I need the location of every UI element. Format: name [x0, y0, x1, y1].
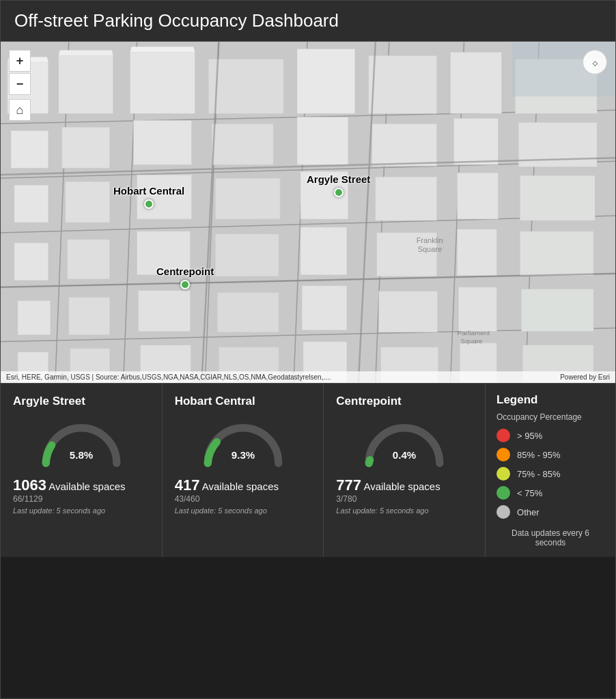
svg-marker-62	[59, 51, 113, 56]
gauge-argyle: 5.8%	[13, 415, 150, 470]
stat-available-argyle: 1063 Available spaces	[13, 476, 150, 494]
svg-rect-24	[212, 124, 273, 165]
marker-dot-hobart-central	[144, 199, 154, 209]
svg-rect-49	[302, 286, 347, 330]
city-map: Franklin Square Parliament Square	[1, 42, 615, 383]
map-controls: + − ⌂	[9, 50, 31, 121]
marker-dot-centrepoint	[180, 280, 190, 289]
stat-available-hobart: 417 Available spaces	[175, 476, 311, 494]
svg-rect-46	[69, 298, 110, 335]
legend-footer: Data updates every 6 seconds	[496, 528, 604, 547]
svg-rect-16	[208, 59, 283, 113]
attribution-right: Powered by Esri	[560, 373, 610, 381]
map-container: Franklin Square Parliament Square + −	[1, 42, 615, 383]
stat-update-centrepoint: Last update: 5 seconds ago	[336, 507, 473, 515]
svg-rect-29	[14, 185, 48, 223]
svg-rect-14	[59, 56, 113, 114]
svg-rect-32	[215, 178, 280, 219]
svg-rect-37	[14, 243, 48, 281]
stat-update-hobart: Last update: 5 seconds ago	[175, 507, 311, 515]
zoom-out-button[interactable]: −	[9, 73, 31, 95]
svg-rect-51	[459, 287, 497, 332]
legend-subtitle: Occupancy Percentage	[496, 412, 604, 422]
legend-title: Legend	[496, 393, 604, 407]
legend-label-95plus: > 95%	[517, 431, 542, 441]
svg-rect-19	[451, 53, 502, 114]
svg-rect-52	[521, 289, 593, 332]
page-title: Off-street Parking Occupancy Dashboard	[14, 10, 602, 31]
svg-rect-34	[376, 177, 437, 220]
svg-rect-15	[130, 53, 195, 114]
svg-text:5.8%: 5.8%	[70, 449, 93, 461]
marker-label-centrepoint: Centrepoint	[156, 266, 214, 277]
card-centrepoint: Centrepoint 0.4% 777 Available spaces 3/…	[324, 384, 486, 557]
card-hobart-central: Hobart Central 9.3% 417 Available spaces…	[163, 384, 324, 557]
marker-dot-argyle-street	[334, 188, 344, 197]
svg-rect-44	[520, 231, 593, 276]
attribution-left: Esri, HERE, Garmin, USGS | Source: Airbu…	[6, 373, 331, 381]
svg-rect-27	[454, 118, 499, 165]
stat-available-centrepoint: 777 Available spaces	[336, 476, 473, 494]
marker-label-argyle-street: Argyle Street	[307, 173, 370, 185]
legend-item-lt75: < 75%	[496, 486, 604, 500]
legend-dot-lt75	[496, 486, 510, 500]
svg-text:Square: Square	[461, 337, 484, 345]
legend-item-other: Other	[496, 505, 604, 519]
stat-ratio-argyle: 66/1129	[13, 494, 150, 504]
legend-dot-85-95	[496, 448, 510, 461]
dashboard-header: Off-street Parking Occupancy Dashboard	[1, 1, 615, 42]
legend-dot-95plus	[496, 429, 510, 442]
legend-label-other: Other	[517, 507, 540, 517]
svg-rect-25	[297, 117, 348, 165]
legend-item-85-95: 85% - 95%	[496, 448, 604, 461]
stat-update-argyle: Last update: 5 seconds ago	[13, 507, 150, 515]
stat-ratio-centrepoint: 3/780	[336, 494, 473, 504]
zoom-in-button[interactable]: +	[9, 50, 31, 72]
gauge-hobart: 9.3%	[175, 415, 311, 470]
card-title-argyle: Argyle Street	[13, 395, 150, 408]
legend-dot-75-85	[496, 467, 510, 481]
svg-rect-35	[458, 173, 499, 219]
svg-rect-36	[520, 175, 595, 220]
svg-rect-18	[369, 56, 437, 114]
svg-rect-43	[458, 229, 497, 276]
svg-rect-47	[139, 291, 191, 332]
home-button[interactable]: ⌂	[9, 99, 31, 121]
svg-text:Square: Square	[418, 245, 442, 253]
svg-rect-17	[297, 49, 355, 114]
svg-rect-50	[379, 291, 438, 332]
card-title-centrepoint: Centrepoint	[336, 395, 473, 408]
svg-rect-41	[300, 227, 347, 275]
svg-text:0.4%: 0.4%	[393, 449, 416, 461]
svg-rect-22	[62, 127, 110, 168]
svg-text:Parliament: Parliament	[458, 329, 490, 337]
svg-rect-45	[18, 301, 51, 335]
compass: ⬦	[583, 50, 607, 74]
svg-text:Franklin: Franklin	[417, 236, 443, 244]
svg-rect-23	[134, 120, 192, 165]
svg-rect-38	[68, 240, 110, 279]
legend-item-75-85: 75% - 85%	[496, 467, 604, 481]
legend-item-95plus: > 95%	[496, 429, 604, 442]
marker-label-hobart-central: Hobart Central	[113, 185, 184, 197]
marker-hobart-central: Hobart Central	[113, 185, 184, 209]
card-argyle-street: Argyle Street 5.8% 1063 Available spaces…	[1, 384, 163, 557]
legend-label-75-85: 75% - 85%	[517, 469, 561, 479]
map-attribution: Esri, HERE, Garmin, USGS | Source: Airbu…	[1, 371, 615, 383]
legend-label-lt75: < 75%	[517, 488, 542, 498]
svg-rect-30	[66, 182, 110, 223]
svg-text:9.3%: 9.3%	[231, 449, 254, 461]
legend-dot-other	[496, 505, 510, 519]
gauge-centrepoint: 0.4%	[336, 415, 473, 470]
legend-panel: Legend Occupancy Percentage > 95% 85% - …	[486, 384, 615, 557]
svg-rect-40	[215, 234, 279, 276]
svg-rect-26	[372, 124, 437, 166]
svg-rect-48	[217, 293, 279, 332]
svg-marker-63	[130, 47, 195, 53]
svg-rect-21	[11, 130, 48, 168]
marker-centrepoint: Centrepoint	[156, 266, 214, 289]
stat-ratio-hobart: 43/460	[175, 494, 311, 504]
legend-label-85-95: 85% - 95%	[517, 450, 561, 460]
card-title-hobart: Hobart Central	[175, 395, 311, 408]
marker-argyle-street: Argyle Street	[307, 173, 370, 197]
